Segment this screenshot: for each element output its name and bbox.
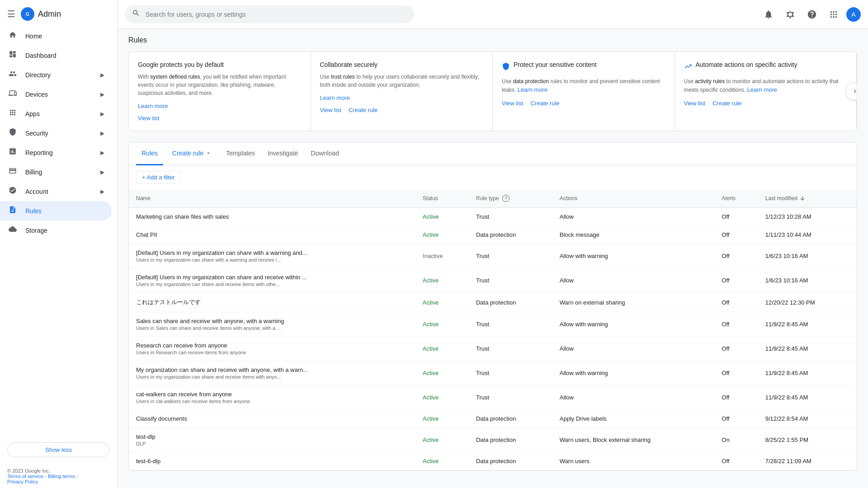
cell-actions-5: Allow with warning — [552, 312, 715, 337]
sidebar-item-account[interactable]: Account ▶ — [0, 182, 112, 201]
tab-investigate[interactable]: Investigate — [262, 142, 304, 165]
card-learn-more-collaborate[interactable]: Learn more — [320, 94, 350, 101]
sidebar-item-home-label: Home — [25, 33, 42, 40]
billing-terms-link[interactable]: Billing terms — [48, 474, 75, 479]
notifications-button[interactable] — [760, 5, 778, 23]
tab-rules[interactable]: Rules — [136, 142, 163, 165]
card-view-list-system[interactable]: View list — [138, 115, 159, 122]
sidebar-header: ☰ G Admin — [0, 4, 117, 26]
card-view-list-automate[interactable]: View list — [684, 100, 705, 107]
th-rule-type: Rule type ? — [469, 189, 552, 208]
card-title-system-defined: Google protects you by default — [138, 61, 302, 68]
sidebar-item-directory[interactable]: Directory ▶ — [0, 65, 112, 84]
add-filter-button[interactable]: + Add a filter — [136, 171, 181, 184]
expand-security-icon: ▶ — [100, 130, 104, 136]
cell-name-10: test-dlp DLP — [129, 428, 415, 452]
expand-devices-icon: ▶ — [100, 91, 104, 98]
cell-modified-5: 11/9/22 8:45 AM — [758, 312, 857, 337]
table-row[interactable]: Research can receive from anyone Users i… — [129, 337, 857, 361]
cell-alerts-1: Off — [714, 226, 758, 244]
svg-text:G: G — [26, 12, 29, 17]
table-row[interactable]: test-dlp DLP ActiveData protectionWarn u… — [129, 428, 857, 452]
table-row[interactable]: Chat PII ActiveData protectionBlock mess… — [129, 226, 857, 244]
sidebar-item-dashboard[interactable]: Dashboard — [0, 46, 112, 65]
cell-name-9: Classify documents — [129, 410, 415, 428]
tab-templates[interactable]: Templates — [221, 142, 260, 165]
th-status: Status — [415, 189, 469, 208]
cell-type-10: Data protection — [469, 428, 552, 452]
show-less-button[interactable]: Show less — [7, 442, 110, 457]
table-row[interactable]: これはテストルールです ActiveData protectionWarn on… — [129, 293, 857, 312]
rule-type-help-icon[interactable]: ? — [502, 195, 509, 202]
cell-alerts-6: Off — [714, 337, 758, 361]
cell-modified-2: 1/6/23 10:16 AM — [758, 244, 857, 268]
tab-create-rule[interactable]: Create rule — [165, 146, 219, 162]
cell-actions-6: Allow — [552, 337, 715, 361]
tab-download[interactable]: Download — [306, 142, 344, 165]
card-learn-more-system[interactable]: Learn more — [138, 103, 168, 109]
reporting-icon — [7, 147, 18, 158]
privacy-link[interactable]: Privacy Policy — [7, 479, 38, 484]
card-title-collaborate: Collaborate securely — [320, 61, 484, 68]
card-title-row-sensitive: Protect your sensitive content — [502, 61, 665, 73]
expand-account-icon: ▶ — [100, 188, 104, 195]
table-row[interactable]: cat-walkers can receive from anyone User… — [129, 385, 857, 410]
sidebar-item-billing[interactable]: Billing ▶ — [0, 162, 112, 182]
sidebar-item-home[interactable]: Home — [0, 26, 112, 46]
sidebar-item-devices-label: Devices — [25, 91, 48, 98]
hamburger-icon[interactable]: ☰ — [7, 9, 15, 19]
devices-icon — [7, 89, 18, 99]
info-cards: Google protects you by default With syst… — [128, 52, 857, 131]
settings-button[interactable] — [781, 5, 799, 23]
table-row[interactable]: [Default] Users in my organization can s… — [129, 268, 857, 293]
learn-more-automate-inline[interactable]: Learn more — [747, 86, 777, 93]
card-create-rule-automate[interactable]: Create rule — [712, 100, 741, 107]
cell-alerts-7: Off — [714, 361, 758, 385]
sidebar-item-dashboard-label: Dashboard — [25, 52, 57, 59]
cell-modified-3: 1/6/23 10:16 AM — [758, 268, 857, 293]
help-button[interactable] — [803, 5, 821, 23]
topbar: A — [118, 0, 868, 29]
learn-more-sensitive-inline[interactable]: Learn more — [518, 86, 547, 93]
rules-tabs: Rules Create rule Templates Investigate … — [129, 142, 857, 165]
cell-status-1: Active — [415, 226, 469, 244]
card-create-rule-collaborate[interactable]: Create rule — [349, 107, 377, 113]
sidebar-item-account-label: Account — [25, 188, 48, 195]
terms-link[interactable]: Terms of service — [7, 474, 43, 479]
sidebar-item-devices[interactable]: Devices ▶ — [0, 84, 112, 104]
cell-modified-9: 9/12/22 8:54 AM — [758, 410, 857, 428]
search-input[interactable] — [146, 11, 407, 18]
apps-button[interactable] — [825, 5, 843, 23]
table-row[interactable]: Sales can share and receive with anyone,… — [129, 312, 857, 337]
cell-name-8: cat-walkers can receive from anyone User… — [129, 385, 415, 410]
sidebar-item-security[interactable]: Security ▶ — [0, 123, 112, 143]
cell-status-8: Active — [415, 385, 469, 410]
table-row[interactable]: [Default] Users in my organization can s… — [129, 244, 857, 268]
card-create-rule-sensitive[interactable]: Create rule — [530, 100, 559, 107]
table-row[interactable]: Classify documents ActiveData protection… — [129, 410, 857, 428]
cell-type-7: Trust — [469, 361, 552, 385]
table-row[interactable]: Marketing can share files with sales Act… — [129, 208, 857, 226]
info-card-system-defined: Google protects you by default With syst… — [129, 52, 311, 131]
cell-modified-8: 11/9/22 8:45 AM — [758, 385, 857, 410]
info-card-sensitive: Protect your sensitive content Use data … — [493, 52, 675, 131]
cell-name-11: test-6-dlp — [129, 452, 415, 470]
user-avatar[interactable]: A — [846, 7, 861, 22]
cell-actions-4: Warn on external sharing — [552, 293, 715, 312]
cell-name-1: Chat PII — [129, 226, 415, 244]
cell-alerts-9: Off — [714, 410, 758, 428]
sidebar-item-storage[interactable]: Storage — [0, 221, 112, 240]
cell-type-8: Trust — [469, 385, 552, 410]
card-body-automate: Use activity rules to monitor and automa… — [684, 77, 848, 94]
card-view-list-collaborate[interactable]: View list — [320, 107, 341, 113]
th-last-modified[interactable]: Last modified — [758, 189, 857, 208]
sidebar-item-apps[interactable]: Apps ▶ — [0, 104, 112, 123]
table-row[interactable]: My organization can share and receive wi… — [129, 361, 857, 385]
table-row[interactable]: test-6-dlp ActiveData protectionWarn use… — [129, 452, 857, 470]
card-view-list-sensitive[interactable]: View list — [502, 100, 523, 107]
shield-icon — [502, 62, 510, 72]
sidebar-item-rules[interactable]: Rules — [0, 201, 112, 221]
sidebar-item-reporting[interactable]: Reporting ▶ — [0, 143, 112, 162]
th-alerts: Alerts — [714, 189, 758, 208]
cell-actions-1: Block message — [552, 226, 715, 244]
